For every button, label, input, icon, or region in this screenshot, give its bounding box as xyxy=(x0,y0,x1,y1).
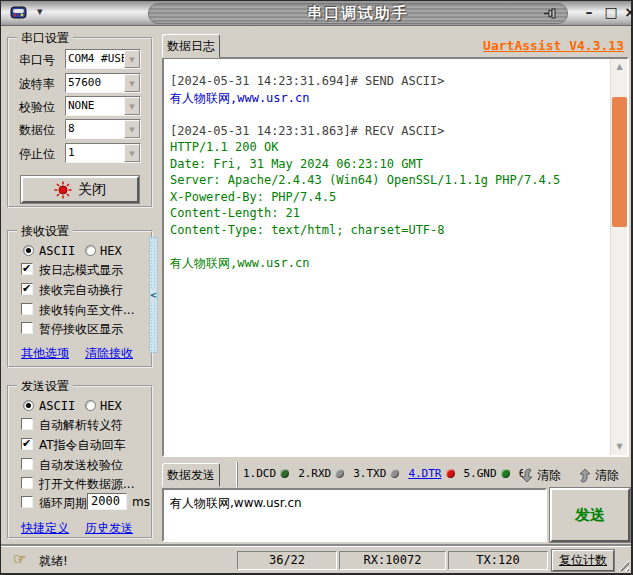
arrow-down-icon xyxy=(520,468,534,483)
log-lines: [2024-05-31 14:23:31.694]# SEND ASCII> 有… xyxy=(170,73,607,451)
recv-to-file-label: 接收转向至文件... xyxy=(39,302,134,319)
other-options-link[interactable]: 其他选项 xyxy=(21,345,69,362)
log-scrollbar[interactable]: ▲ ▼ xyxy=(610,59,627,455)
ready-text: 就绪! xyxy=(39,553,68,570)
clear-receive-label: 清除 xyxy=(537,467,561,484)
status-bar: ☞ 就绪! 36/22 RX:10072 TX:120 复位计数 xyxy=(1,546,631,573)
close-button[interactable]: × xyxy=(621,3,633,22)
auto-parity-checkbox[interactable] xyxy=(21,458,33,470)
scroll-up-icon[interactable]: ▲ xyxy=(611,59,628,75)
auto-parity-label: 自动发送校验位 xyxy=(39,457,123,474)
send-hex-radio[interactable] xyxy=(85,400,96,411)
baud-label: 波特率 xyxy=(19,76,55,93)
log-line: Date: Fri, 31 May 2024 06:23:10 GMT xyxy=(170,156,607,173)
auto-escape-checkbox[interactable] xyxy=(21,418,33,430)
close-port-button[interactable]: 关闭 xyxy=(21,176,139,203)
clear-receive-button[interactable]: 清除 xyxy=(520,465,561,485)
tab-data-send[interactable]: 数据发送 xyxy=(162,463,220,487)
recv-ascii-radio[interactable] xyxy=(23,245,34,256)
cycle-period-input[interactable]: 2000 xyxy=(87,493,127,510)
data-log-area[interactable]: [2024-05-31 14:23:31.694]# SEND ASCII> 有… xyxy=(162,57,629,457)
log-line: [2024-05-31 14:23:31.863]# RECV ASCII> xyxy=(170,123,607,140)
log-line: Server: Apache/2.4.43 (Win64) OpenSSL/1.… xyxy=(170,172,607,189)
databits-label: 数据位 xyxy=(19,122,55,139)
send-button[interactable]: 发送 xyxy=(550,488,630,542)
baud-select[interactable]: 57600 ▼ xyxy=(65,73,141,93)
tab-data-log[interactable]: 数据日志 xyxy=(162,34,220,58)
parity-select[interactable]: NONE ▼ xyxy=(65,96,141,116)
txd-status-dot xyxy=(390,469,399,478)
reset-count-button[interactable]: 复位计数 xyxy=(552,550,614,571)
log-line: HTTP/1.1 200 OK xyxy=(170,139,607,156)
parity-label: 校验位 xyxy=(19,99,55,116)
history-send-link[interactable]: 历史发送 xyxy=(85,520,133,537)
frame-counter: 36/22 xyxy=(237,551,337,570)
auto-escape-label: 自动解析转义符 xyxy=(39,417,123,434)
parity-value: NONE xyxy=(66,97,124,115)
pause-display-label: 暂停接收区显示 xyxy=(39,321,123,338)
chevron-down-icon[interactable]: ▼ xyxy=(124,50,140,68)
baud-value: 57600 xyxy=(66,74,124,92)
pin-indicators: 1.DCD 2.RXD 3.TXD 4.DTR 5.GND 6. xyxy=(243,467,523,480)
file-source-checkbox[interactable] xyxy=(21,477,33,489)
auto-newline-label: 接收完自动换行 xyxy=(39,282,123,299)
app-window: ▾ 串口调试助手 – □ × 串口设置 串口号 COM4 #USB ▼ 波特率 … xyxy=(0,0,633,575)
pin-dtr[interactable]: 4.DTR xyxy=(408,467,454,480)
chevron-down-icon[interactable]: ▼ xyxy=(124,97,140,115)
recv-to-file-checkbox[interactable] xyxy=(21,303,33,315)
port-select[interactable]: COM4 #USB ▼ xyxy=(65,49,141,69)
cycle-label: 循环周期 xyxy=(39,495,87,512)
app-icon xyxy=(10,5,27,20)
send-text-input[interactable]: 有人物联网,www.usr.cn xyxy=(162,488,547,542)
clear-send-button[interactable]: 清除 xyxy=(578,465,619,485)
send-settings-title: 发送设置 xyxy=(17,378,73,395)
scroll-down-icon[interactable]: ▼ xyxy=(611,439,628,455)
resize-grip[interactable] xyxy=(616,558,629,571)
close-port-label: 关闭 xyxy=(78,181,106,199)
chevron-down-icon[interactable]: ▼ xyxy=(124,74,140,92)
port-label: 串口号 xyxy=(19,52,55,69)
chevron-left-icon: < xyxy=(150,288,158,302)
chevron-down-icon[interactable]: ▼ xyxy=(124,120,140,138)
arrow-up-icon xyxy=(578,468,592,483)
stopbits-label: 停止位 xyxy=(19,146,55,163)
cycle-checkbox[interactable] xyxy=(21,496,33,508)
pin-dcd: 1.DCD xyxy=(243,467,289,480)
recv-hex-radio[interactable] xyxy=(85,245,96,256)
file-source-label: 打开文件数据源... xyxy=(39,476,134,493)
maximize-button[interactable]: □ xyxy=(602,3,620,22)
port-open-indicator-icon xyxy=(54,181,72,199)
shortcut-define-link[interactable]: 快捷定义 xyxy=(21,520,69,537)
log-line: Content-Length: 21 xyxy=(170,205,607,222)
stopbits-select[interactable]: 1 ▼ xyxy=(65,143,141,163)
recv-hex-label: HEX xyxy=(100,244,122,258)
tx-counter: TX:120 xyxy=(448,551,548,570)
log-line xyxy=(170,106,607,123)
pin-rxd: 2.RXD xyxy=(298,467,344,480)
dcd-status-dot xyxy=(280,469,289,478)
databits-select[interactable]: 8 ▼ xyxy=(65,119,141,139)
chevron-down-icon[interactable]: ▼ xyxy=(124,144,140,162)
version-link[interactable]: UartAssist V4.3.13 xyxy=(483,38,624,53)
databits-value: 8 xyxy=(66,120,124,138)
log-mode-checkbox[interactable] xyxy=(21,263,33,275)
titlebar[interactable]: ▾ 串口调试助手 – □ × xyxy=(1,1,631,26)
log-line: Content-Type: text/html; charset=UTF-8 xyxy=(170,222,607,239)
clear-receive-link[interactable]: 清除接收 xyxy=(85,345,133,362)
clear-send-label: 清除 xyxy=(595,467,619,484)
stopbits-value: 1 xyxy=(66,144,124,162)
minimize-button[interactable]: – xyxy=(580,3,598,22)
at-cr-checkbox[interactable] xyxy=(21,438,33,450)
pin-icon[interactable] xyxy=(542,5,559,22)
scrollbar-thumb[interactable] xyxy=(612,97,627,227)
auto-newline-checkbox[interactable] xyxy=(21,283,33,295)
panel-collapse-splitter[interactable]: < xyxy=(149,237,158,353)
pause-display-checkbox[interactable] xyxy=(21,322,33,334)
send-ascii-radio[interactable] xyxy=(23,400,34,411)
send-hex-label: HEX xyxy=(100,399,122,413)
port-value: COM4 #USB xyxy=(66,50,124,68)
pin-gnd: 5.GND xyxy=(464,467,510,480)
receive-settings-title: 接收设置 xyxy=(17,223,73,240)
pin-indicator-strip: 1.DCD 2.RXD 3.TXD 4.DTR 5.GND 6. xyxy=(237,462,629,487)
titlebar-menu-caret-icon[interactable]: ▾ xyxy=(37,5,43,18)
